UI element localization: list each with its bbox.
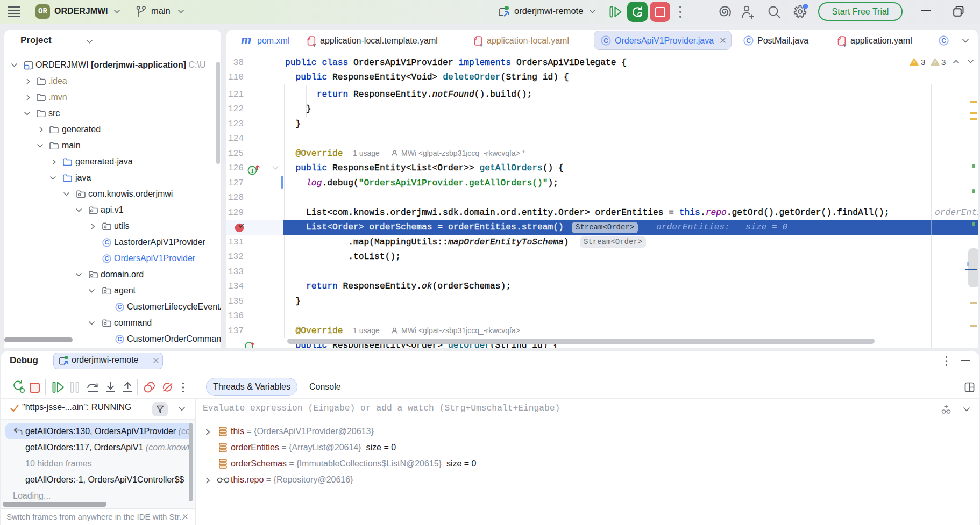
svg-text:C: C: [746, 37, 751, 45]
svg-text:Y: Y: [843, 43, 847, 47]
svg-text:Y: Y: [313, 43, 316, 47]
svg-text:Y: Y: [480, 43, 483, 47]
svg-text:C: C: [941, 37, 946, 45]
svg-text:C: C: [105, 255, 109, 262]
svg-text:C: C: [118, 304, 122, 310]
svg-text:C: C: [118, 336, 122, 342]
svg-text:C: C: [603, 37, 608, 45]
svg-text:C: C: [105, 239, 109, 246]
svg-text:I: I: [251, 167, 254, 175]
